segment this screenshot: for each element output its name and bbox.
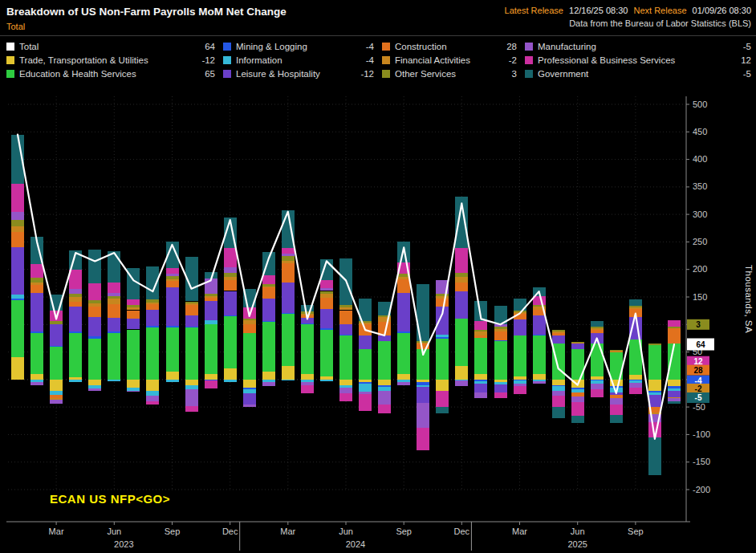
- bar-segment: [668, 327, 681, 328]
- svg-text:-2: -2: [695, 384, 702, 393]
- bar-segment: [30, 374, 43, 380]
- bar-segment: [474, 380, 487, 381]
- bar-segment: [378, 391, 391, 405]
- bar-segment: [397, 374, 410, 380]
- x-tick-label: Dec: [222, 527, 238, 536]
- bar-segment: [262, 372, 275, 380]
- bar-segment: [339, 307, 352, 310]
- bar-segment: [262, 275, 275, 283]
- bar-segment: [320, 294, 333, 299]
- bar-segment: [185, 302, 198, 304]
- bar-segment: [30, 382, 43, 384]
- bar-segment: [108, 331, 120, 332]
- legend-item[interactable]: Mining & Logging-4: [223, 41, 374, 52]
- bar-segment: [127, 330, 140, 331]
- legend-item[interactable]: Information-4: [223, 55, 374, 66]
- bar-segment: [552, 331, 565, 333]
- bar-segment: [205, 380, 217, 380]
- bar-segment: [571, 344, 584, 349]
- bar-segment: [610, 386, 623, 388]
- bar-segment: [301, 324, 314, 374]
- bar-segment: [146, 391, 159, 396]
- bar-segment: [243, 320, 256, 325]
- axis-badges: 3641228-4-2-5: [687, 319, 714, 403]
- bar-segment: [224, 267, 237, 273]
- year-label: 2024: [346, 539, 365, 549]
- bar-segment: [224, 315, 237, 316]
- bar-segment: [166, 327, 179, 372]
- legend-item[interactable]: Manufacturing-5: [525, 41, 751, 52]
- legend-value: -12: [197, 55, 215, 66]
- legend-item[interactable]: Financial Activities-2: [382, 55, 517, 66]
- bar-segment: [397, 333, 410, 374]
- x-tick-label: Jun: [339, 527, 353, 536]
- bar-segment: [205, 298, 217, 300]
- bar-segment: [262, 380, 275, 382]
- legend-item[interactable]: Other Services3: [382, 68, 517, 79]
- bar-segment: [262, 382, 275, 387]
- bar-segment: [50, 400, 63, 405]
- bar-segment: [224, 316, 237, 368]
- legend-item[interactable]: Leisure & Hospitality-12: [223, 68, 374, 79]
- bar-segment: [205, 296, 217, 298]
- bar-segment: [320, 376, 333, 379]
- bar-segment: [436, 299, 449, 307]
- payrolls-chart: 500450400350300250200150100500-50-100-15…: [0, 87, 756, 553]
- svg-text:64: 64: [696, 340, 705, 349]
- bar-segment: [30, 380, 43, 382]
- bar-segment: [11, 357, 24, 379]
- legend-value: -4: [361, 55, 374, 66]
- terminal-command: ECAN US NFP<GO>: [50, 492, 170, 506]
- legend-item[interactable]: Total64: [6, 41, 215, 52]
- bar-segment: [185, 385, 198, 390]
- bar-segment: [205, 294, 217, 296]
- bar-segment: [417, 385, 429, 387]
- bar-segment: [455, 291, 468, 319]
- bar-segment: [436, 338, 449, 379]
- legend-label: Total: [19, 41, 39, 52]
- bar-segment: [610, 398, 623, 405]
- bar-segment: [108, 296, 120, 299]
- bar-segment: [282, 263, 295, 283]
- bar-segment: [224, 291, 237, 316]
- next-release-value: 01/09/26 08:30: [693, 6, 751, 15]
- legend-swatch-icon: [6, 43, 14, 51]
- legend-swatch-icon: [6, 56, 14, 64]
- bar-segment: [282, 283, 295, 313]
- y-tick-label: -150: [693, 457, 710, 466]
- selected-series-label[interactable]: Total: [6, 22, 25, 31]
- legend-value: -5: [738, 68, 751, 79]
- bar-segment: [243, 405, 256, 407]
- bar-segment: [320, 328, 333, 330]
- x-tick-label: Jun: [571, 527, 585, 536]
- release-info: Latest Release 12/16/25 08:30 Next Relea…: [502, 6, 751, 15]
- x-tick-label: Sep: [396, 527, 412, 536]
- bar-segment: [359, 335, 372, 349]
- bar-segment: [282, 380, 295, 380]
- y-tick-label: 500: [693, 100, 707, 109]
- bar-segment: [108, 283, 120, 294]
- bar-segment: [224, 277, 237, 279]
- bar-segment: [262, 284, 275, 287]
- bar-segment: [262, 321, 275, 322]
- legend-item[interactable]: Professional & Business Services12: [525, 55, 751, 66]
- bar-segment: [571, 396, 584, 402]
- legend-item[interactable]: Construction28: [382, 41, 517, 52]
- bar-segment: [11, 226, 24, 232]
- legend-value: -5: [738, 41, 751, 52]
- legend-value: 65: [200, 68, 215, 79]
- legend-item[interactable]: Government-5: [525, 68, 751, 79]
- bar-segment: [146, 326, 159, 327]
- bar-segment: [494, 380, 507, 382]
- bar-segment: [243, 388, 256, 388]
- bar-segment: [224, 380, 237, 382]
- bar-segment: [494, 341, 507, 380]
- bar-segment: [108, 318, 120, 331]
- legend-value: 3: [507, 68, 517, 79]
- y-axis: 500450400350300250200150100500-50-100-15…: [686, 96, 710, 522]
- bar-segment: [88, 380, 101, 385]
- bar-segment: [166, 276, 179, 279]
- legend-item[interactable]: Education & Health Services65: [6, 68, 215, 79]
- legend-item[interactable]: Trade, Transportation & Utilities-12: [6, 55, 215, 66]
- x-tick-label: Sep: [628, 527, 644, 536]
